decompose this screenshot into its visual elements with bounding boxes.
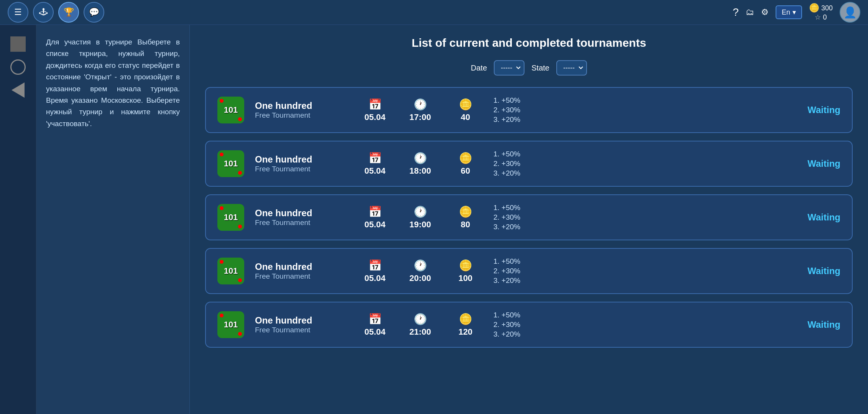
tournament-status: Waiting: [807, 105, 840, 115]
tournament-date-block: 📅 05.04: [358, 152, 392, 176]
filters-row: Date ----- State -----: [205, 60, 853, 76]
tournament-coins: 40: [461, 112, 470, 122]
tournament-prize-block: 1. +50% 2. +30% 3. +20%: [493, 150, 539, 177]
state-filter-label: State: [531, 64, 549, 72]
tournament-prize-block: 1. +50% 2. +30% 3. +20%: [493, 204, 539, 231]
trophy-button[interactable]: 🏆: [58, 2, 79, 23]
tournament-date-block: 📅 05.04: [358, 313, 392, 337]
coins-icon: 🪙: [459, 205, 472, 218]
prize-third: 3. +20%: [493, 223, 539, 231]
gamepad-button[interactable]: 🕹: [33, 2, 54, 23]
prize-third: 3. +20%: [493, 169, 539, 177]
sidebar-circle-icon: [10, 59, 26, 75]
tournament-time: 20:00: [409, 273, 431, 283]
tournament-icon: 101: [217, 204, 244, 231]
tournament-date: 05.04: [364, 112, 385, 122]
chat-button[interactable]: 💬: [84, 2, 104, 23]
nav-right: ? 🗂 ⚙ En ▾ 🪙 300 ☆ 0 👤: [733, 2, 860, 23]
stars-amount: 0: [823, 13, 827, 21]
calendar-icon: 📅: [368, 205, 382, 218]
menu-icon: ☰: [14, 7, 22, 17]
tournament-type: Free Tournament: [255, 219, 347, 227]
tournament-icon: 101: [217, 258, 244, 284]
tournament-name-block: One hundred Free Tournament: [255, 208, 347, 227]
tournament-date-block: 📅 05.04: [358, 259, 392, 283]
coins-icon: 🪙: [459, 152, 472, 164]
prize-first: 1. +50%: [493, 257, 539, 266]
tournament-name: One hundred: [255, 100, 347, 111]
tournament-time-block: 🕐 21:00: [403, 313, 437, 337]
tournament-name: One hundred: [255, 315, 347, 326]
tournament-status: Waiting: [807, 266, 840, 276]
tournament-card[interactable]: 101 One hundred Free Tournament 📅 05.04 …: [205, 302, 853, 348]
language-selector[interactable]: En ▾: [776, 5, 802, 19]
tournament-date: 05.04: [364, 327, 385, 337]
coins-icon: 🪙: [459, 98, 472, 111]
help-text: Для участия в турнире Выберете в списке …: [46, 36, 180, 130]
tournament-coins: 120: [459, 327, 473, 337]
tournament-time: 18:00: [409, 166, 431, 176]
date-filter-label: Date: [471, 64, 487, 72]
menu-button[interactable]: ☰: [8, 2, 28, 23]
tournament-prize-block: 1. +50% 2. +30% 3. +20%: [493, 311, 539, 338]
prize-first: 1. +50%: [493, 150, 539, 158]
tournament-card[interactable]: 101 One hundred Free Tournament 📅 05.04 …: [205, 141, 853, 187]
tournament-time-block: 🕐 17:00: [403, 98, 437, 122]
help-button[interactable]: ?: [733, 6, 739, 18]
clock-icon: 🕐: [414, 205, 427, 218]
sidebar-back-icon[interactable]: [12, 82, 25, 98]
tournament-icon-text: 101: [224, 266, 238, 276]
tournament-list: 101 One hundred Free Tournament 📅 05.04 …: [205, 87, 853, 348]
date-filter-select[interactable]: -----: [494, 60, 524, 76]
settings-button[interactable]: ⚙: [761, 7, 769, 17]
tournament-name-block: One hundred Free Tournament: [255, 315, 347, 334]
tournament-coins-block: 🪙 40: [448, 98, 483, 122]
tournament-coins-block: 🪙 80: [448, 205, 483, 230]
clock-icon: 🕐: [414, 313, 427, 325]
left-sidebar: [0, 25, 36, 414]
clock-icon: 🕐: [414, 152, 427, 164]
tournament-date: 05.04: [364, 220, 385, 230]
tournament-card[interactable]: 101 One hundred Free Tournament 📅 05.04 …: [205, 87, 853, 133]
tournament-status: Waiting: [807, 158, 840, 169]
tournament-icon-text: 101: [224, 159, 238, 169]
clock-icon: 🕐: [414, 259, 427, 272]
calendar-icon: 📅: [368, 98, 382, 111]
navbar: ☰ 🕹 🏆 💬 ? 🗂 ⚙ En ▾ 🪙 300 ☆ 0 👤: [0, 0, 868, 25]
prize-third: 3. +20%: [493, 330, 539, 338]
calendar-icon: 📅: [368, 313, 382, 325]
tournament-type: Free Tournament: [255, 165, 347, 173]
state-filter-select[interactable]: -----: [556, 60, 587, 76]
language-arrow-icon: ▾: [792, 8, 796, 16]
tournament-time-block: 🕐 18:00: [403, 152, 437, 176]
tournament-name: One hundred: [255, 208, 347, 219]
tournament-coins: 100: [459, 273, 473, 283]
tournament-name-block: One hundred Free Tournament: [255, 154, 347, 173]
tournament-time-block: 🕐 20:00: [403, 259, 437, 283]
tournament-icon-text: 101: [224, 105, 238, 115]
tournament-date-block: 📅 05.04: [358, 98, 392, 122]
wallet-button[interactable]: 🗂: [746, 7, 754, 17]
tournament-card[interactable]: 101 One hundred Free Tournament 📅 05.04 …: [205, 194, 853, 240]
tournament-coins: 60: [461, 166, 470, 176]
calendar-icon: 📅: [368, 152, 382, 164]
tournament-type: Free Tournament: [255, 272, 347, 281]
tournament-prize-block: 1. +50% 2. +30% 3. +20%: [493, 96, 539, 124]
tournament-date-block: 📅 05.04: [358, 205, 392, 230]
coin-icon: 🪙: [809, 3, 819, 13]
coins-icon: 🪙: [459, 259, 472, 272]
avatar[interactable]: 👤: [840, 2, 860, 23]
tournament-date: 05.04: [364, 273, 385, 283]
tournament-icon-text: 101: [224, 320, 238, 330]
coins-display: 🪙 300 ☆ 0: [809, 3, 833, 21]
language-label: En: [782, 8, 790, 16]
prize-second: 2. +30%: [493, 159, 539, 168]
tournament-type: Free Tournament: [255, 326, 347, 334]
tournament-coins: 80: [461, 220, 470, 230]
tournament-card[interactable]: 101 One hundred Free Tournament 📅 05.04 …: [205, 248, 853, 294]
tournament-name-block: One hundred Free Tournament: [255, 261, 347, 281]
tournament-type: Free Tournament: [255, 111, 347, 120]
prize-first: 1. +50%: [493, 96, 539, 105]
trophy-icon: 🏆: [64, 7, 74, 17]
tournament-status: Waiting: [807, 212, 840, 223]
